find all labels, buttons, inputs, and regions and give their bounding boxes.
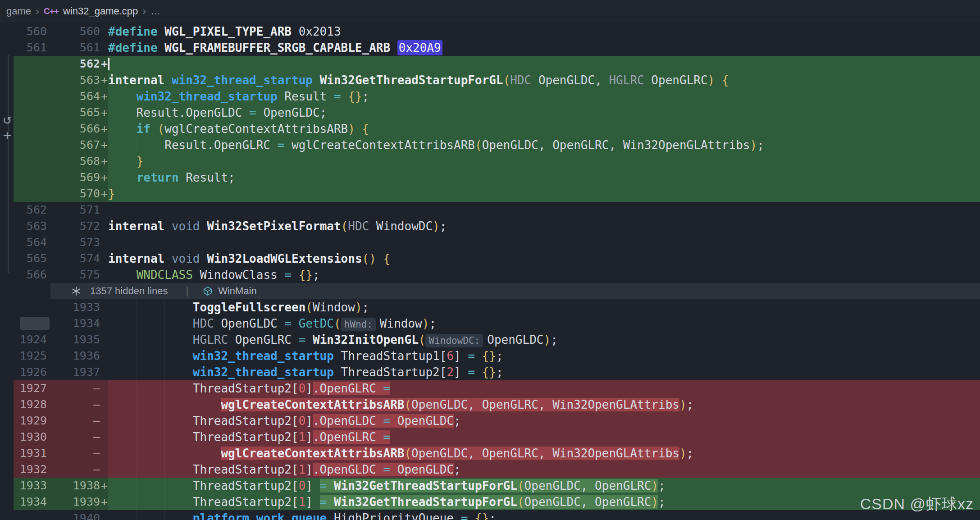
line-number-old[interactable]: 1931 [14, 445, 47, 461]
line-number-old[interactable]: 563 [14, 218, 47, 234]
line-number-new[interactable]: 560 [47, 23, 100, 40]
line-number-old[interactable]: 1932 [14, 461, 47, 478]
line-number-new[interactable]: 564 [47, 88, 100, 105]
line-number-new[interactable]: 1933 [47, 299, 100, 315]
line-number-old[interactable]: 562 [14, 202, 47, 218]
code-line[interactable]: 570+} [0, 186, 980, 202]
line-number-new[interactable]: 565 [47, 105, 100, 121]
line-number-new[interactable]: 1935 [47, 332, 100, 348]
code-line[interactable]: 1928— wglCreateContextAttribsARB(OpenGLD… [0, 397, 980, 413]
line-number-new[interactable]: 568 [47, 153, 100, 169]
code-token: WindowClass [193, 268, 285, 282]
code-line[interactable]: 562+ [0, 56, 980, 72]
line-number-old[interactable]: 1929 [14, 413, 47, 429]
line-number-old[interactable]: 1927 [14, 380, 47, 397]
line-number-old[interactable]: 1928 [14, 397, 47, 413]
line-number-old[interactable] [14, 105, 47, 121]
code-line[interactable]: 1931— wglCreateContextAttribsARB(OpenGLD… [0, 445, 980, 461]
hidden-symbol-label[interactable]: WinMain [218, 283, 257, 299]
line-number-new[interactable]: 1934 [47, 315, 100, 332]
code-line[interactable]: 19331938+ ThreadStartup2[0] = Win32GetTh… [0, 478, 980, 494]
line-number-new[interactable]: — [47, 445, 100, 461]
line-number-old[interactable]: 564 [14, 234, 47, 251]
code-line[interactable]: 562571 [0, 202, 980, 218]
line-number-old[interactable] [14, 56, 47, 72]
code-line[interactable]: 565574internal void Win32LoadWGLExtensio… [0, 251, 980, 267]
line-number-new[interactable]: 569 [47, 169, 100, 186]
line-number-old[interactable]: 560 [14, 23, 47, 40]
code-line[interactable]: 1929— ThreadStartup2[0].OpenGLDC = OpenG… [0, 413, 980, 429]
line-number-old[interactable] [14, 299, 47, 315]
code-line[interactable]: 565+ Result.OpenGLDC = OpenGLDC; [0, 105, 980, 121]
line-number-old[interactable]: 1925 [14, 348, 47, 364]
code-line[interactable]: 563572internal void Win32SetPixelFormat(… [0, 218, 980, 234]
code-line[interactable]: 560560#define WGL_PIXEL_TYPE_ARB 0x2013 [0, 23, 980, 40]
line-number-old[interactable] [14, 186, 47, 202]
code-token: HGLRC [609, 73, 644, 87]
line-number-old[interactable]: 566 [14, 267, 47, 283]
add-icon[interactable]: + [1, 129, 14, 142]
line-number-old[interactable] [14, 510, 47, 520]
code-line[interactable]: 1932— ThreadStartup2[1].OpenGLDC = OpenG… [0, 461, 980, 478]
code-line[interactable]: 1934 HDC OpenGLDC = GetDC(hWnd:Window); [0, 315, 980, 332]
line-number-old[interactable] [14, 137, 47, 153]
code-line[interactable]: 19241935 HGLRC OpenGLRC = Win32InitOpenG… [0, 332, 980, 348]
line-number-old[interactable] [14, 169, 47, 186]
line-number-new[interactable]: — [47, 413, 100, 429]
hidden-lines-bar[interactable]: 1357 hidden lines|WinMain [50, 283, 980, 299]
line-number-new[interactable]: 572 [47, 218, 100, 234]
line-number-new[interactable]: 1936 [47, 348, 100, 364]
code-line[interactable]: 561561#define WGL_FRAMEBUFFER_SRGB_CAPAB… [0, 40, 980, 56]
line-number-old[interactable]: 565 [14, 251, 47, 267]
breadcrumb-folder[interactable]: game [6, 5, 31, 17]
code-line[interactable]: 567+ Result.OpenGLRC = wglCreateContextA… [0, 137, 980, 153]
line-number-old[interactable]: 561 [14, 40, 47, 56]
line-number-old[interactable] [14, 88, 47, 105]
line-number-old[interactable] [14, 153, 47, 169]
line-number-new[interactable]: 1939 [47, 494, 100, 510]
line-number-new[interactable]: 571 [47, 202, 100, 218]
code-line[interactable]: 19341939+ ThreadStartup2[1] = Win32GetTh… [0, 494, 980, 510]
code-line[interactable]: 566575 WNDCLASS WindowClass = {}; [0, 267, 980, 283]
revert-icon[interactable]: ↺ [1, 114, 14, 128]
line-number-old[interactable]: 1926 [14, 364, 47, 380]
code-line[interactable]: 1940 platform_work_queue HighPriorityQue… [0, 510, 980, 520]
line-number-new[interactable]: — [47, 429, 100, 445]
code-line[interactable]: 569+ return Result; [0, 169, 980, 186]
line-number-new[interactable]: 575 [47, 267, 100, 283]
line-number-new[interactable]: 573 [47, 234, 100, 251]
line-number-new[interactable]: — [47, 380, 100, 397]
code-token: ( [305, 301, 313, 314]
line-number-new[interactable]: 567 [47, 137, 100, 153]
code-line[interactable]: 19251936 win32_thread_startup ThreadStar… [0, 348, 980, 364]
line-number-new[interactable]: 561 [47, 40, 100, 56]
line-number-new[interactable]: — [47, 397, 100, 413]
line-number-new[interactable]: 563 [47, 72, 100, 88]
line-number-old[interactable] [14, 315, 47, 332]
line-number-new[interactable]: 574 [47, 251, 100, 267]
line-number-new[interactable]: 1940 [47, 510, 100, 520]
code-line[interactable]: 19261937 win32_thread_startup ThreadStar… [0, 364, 980, 380]
line-number-old[interactable]: 1924 [14, 332, 47, 348]
code-line[interactable]: 568+ } [0, 153, 980, 169]
line-number-old[interactable]: 1930 [14, 429, 47, 445]
breadcrumb-file[interactable]: win32_game.cpp [63, 5, 138, 17]
code-line[interactable]: 566+ if (wglCreateContextAttribsARB) { [0, 121, 980, 137]
line-number-new[interactable]: 1937 [47, 364, 100, 380]
line-number-old[interactable] [14, 121, 47, 137]
line-number-old[interactable] [14, 72, 47, 88]
code-line[interactable]: 1930— ThreadStartup2[1].OpenGLRC = [0, 429, 980, 445]
line-number-old[interactable]: 1934 [14, 494, 47, 510]
line-number-new[interactable]: — [47, 461, 100, 478]
line-number-new[interactable]: 562 [47, 56, 100, 72]
code-line[interactable]: 1933 ToggleFullscreen(Window); [0, 299, 980, 315]
code-line[interactable]: 564573 [0, 234, 980, 251]
code-line[interactable]: 564+ win32_thread_startup Result = {}; [0, 88, 980, 105]
code-line[interactable]: 1927— ThreadStartup2[0].OpenGLRC = [0, 380, 980, 397]
line-number-old[interactable]: 1933 [14, 478, 47, 494]
code-line[interactable]: 563+internal win32_thread_startup Win32G… [0, 72, 980, 88]
line-number-new[interactable]: 566 [47, 121, 100, 137]
line-number-new[interactable]: 1938 [47, 478, 100, 494]
breadcrumb-more[interactable]: … [150, 5, 160, 17]
line-number-new[interactable]: 570 [47, 186, 100, 202]
